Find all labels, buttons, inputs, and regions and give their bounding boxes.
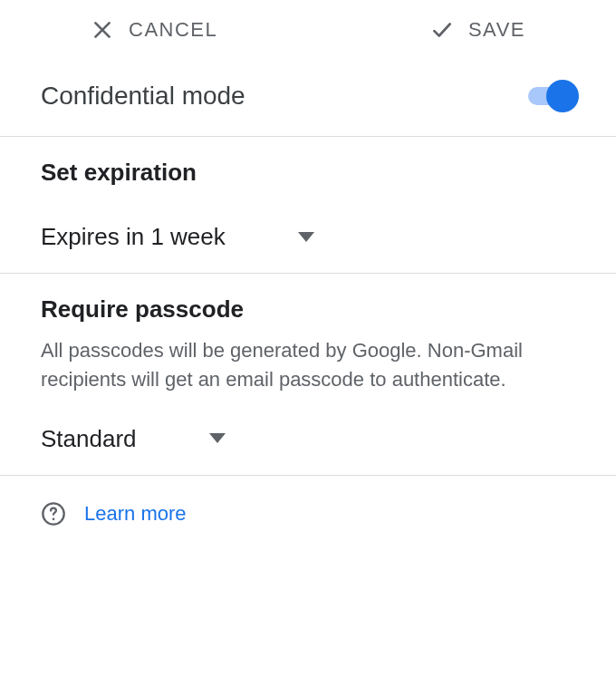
chevron-down-icon bbox=[209, 433, 226, 444]
cancel-button[interactable]: CANCEL bbox=[91, 18, 217, 42]
passcode-section: Require passcode All passcodes will be g… bbox=[0, 274, 616, 476]
help-icon bbox=[41, 501, 66, 527]
chevron-down-icon bbox=[298, 232, 314, 243]
expiration-title: Set expiration bbox=[41, 159, 575, 187]
header-bar: CANCEL SAVE bbox=[0, 0, 616, 69]
confidential-mode-row: Confidential mode bbox=[0, 69, 616, 137]
expiration-selected: Expires in 1 week bbox=[41, 223, 226, 251]
close-icon bbox=[91, 18, 114, 42]
svg-marker-3 bbox=[209, 433, 226, 443]
learn-more-link[interactable]: Learn more bbox=[84, 502, 187, 526]
passcode-selected: Standard bbox=[41, 425, 137, 453]
expiration-dropdown[interactable]: Expires in 1 week bbox=[41, 223, 575, 251]
passcode-dropdown[interactable]: Standard bbox=[41, 425, 575, 453]
save-button[interactable]: SAVE bbox=[430, 18, 525, 42]
toggle-thumb bbox=[546, 80, 579, 112]
svg-marker-2 bbox=[298, 232, 314, 242]
cancel-label: CANCEL bbox=[129, 18, 217, 42]
confidential-mode-label: Confidential mode bbox=[41, 82, 245, 111]
confidential-mode-toggle[interactable] bbox=[528, 87, 575, 105]
passcode-description: All passcodes will be generated by Googl… bbox=[41, 336, 548, 394]
svg-point-5 bbox=[53, 517, 55, 520]
expiration-section: Set expiration Expires in 1 week bbox=[0, 137, 616, 274]
footer: Learn more bbox=[0, 476, 616, 552]
passcode-title: Require passcode bbox=[41, 295, 575, 324]
check-icon bbox=[430, 18, 454, 42]
save-label: SAVE bbox=[468, 18, 525, 42]
